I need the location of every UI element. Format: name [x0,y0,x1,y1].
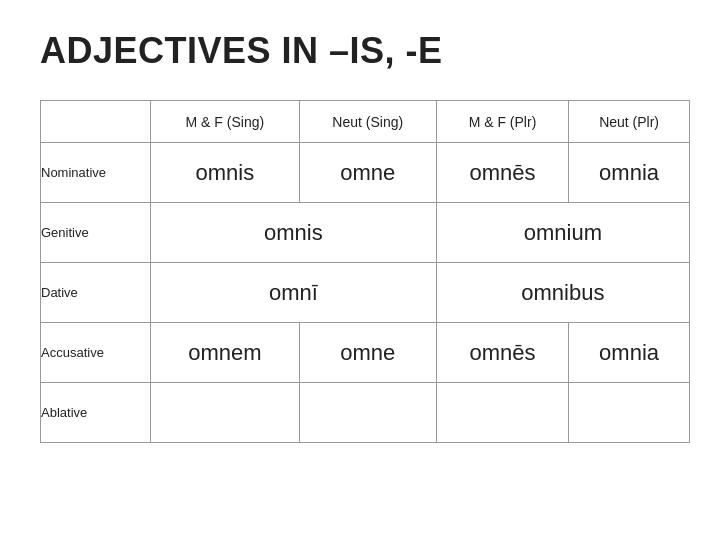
table-row-nominative: Nominative omnis omne omnēs omnia [41,143,690,203]
table-row-genitive: Genitive omnis omnium [41,203,690,263]
nominative-neut-plr: omnia [569,143,690,203]
table-header-row: M & F (Sing) Neut (Sing) M & F (Plr) Neu… [41,101,690,143]
table-row-ablative: Ablative [41,383,690,443]
case-label-ablative: Ablative [41,383,151,443]
dative-plr-merged: omnibus [436,263,689,323]
nominative-mf-sing: omnis [151,143,300,203]
dative-sing-merged: omnī [151,263,437,323]
nominative-mf-plr: omnēs [436,143,568,203]
nominative-neut-sing: omne [299,143,436,203]
header-mf-sing: M & F (Sing) [151,101,300,143]
genitive-sing-merged: omnis [151,203,437,263]
case-label-genitive: Genitive [41,203,151,263]
accusative-neut-sing: omne [299,323,436,383]
header-empty [41,101,151,143]
accusative-mf-sing: omnem [151,323,300,383]
genitive-plr-merged: omnium [436,203,689,263]
accusative-neut-plr: omnia [569,323,690,383]
case-label-nominative: Nominative [41,143,151,203]
header-neut-plr: Neut (Plr) [569,101,690,143]
table-row-dative: Dative omnī omnibus [41,263,690,323]
ablative-neut-plr [569,383,690,443]
header-mf-plr: M & F (Plr) [436,101,568,143]
page-title: ADJECTIVES IN –IS, -E [40,30,443,72]
header-neut-sing: Neut (Sing) [299,101,436,143]
case-label-accusative: Accusative [41,323,151,383]
case-label-dative: Dative [41,263,151,323]
ablative-mf-plr [436,383,568,443]
accusative-mf-plr: omnēs [436,323,568,383]
table-row-accusative: Accusative omnem omne omnēs omnia [41,323,690,383]
page: ADJECTIVES IN –IS, -E M & F (Sing) Neut … [0,0,720,540]
declension-table: M & F (Sing) Neut (Sing) M & F (Plr) Neu… [40,100,690,443]
ablative-mf-sing [151,383,300,443]
ablative-neut-sing [299,383,436,443]
